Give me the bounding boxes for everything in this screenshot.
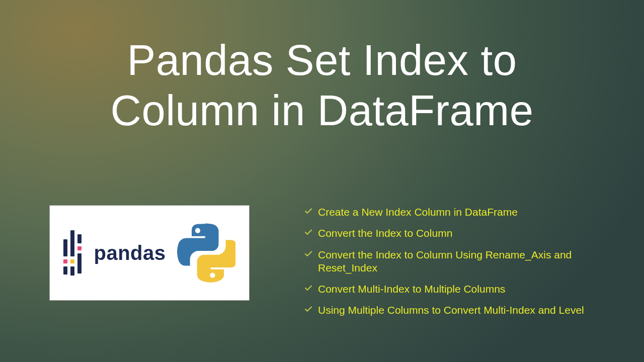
- list-item: Convert Multi-Index to Multiple Columns: [304, 283, 626, 296]
- pandas-python-logo-box: pandas: [49, 205, 250, 301]
- pandas-logo: pandas: [63, 230, 166, 276]
- check-icon: [304, 207, 313, 216]
- python-logo-icon: [175, 223, 235, 283]
- pandas-mark-icon: [63, 230, 87, 276]
- list-item: Create a New Index Column in DataFrame: [304, 206, 626, 219]
- list-item: Using Multiple Columns to Convert Multi-…: [304, 304, 626, 317]
- slide-title: Pandas Set Index to Column in DataFrame: [0, 35, 644, 136]
- list-item: Convert the Index to Column: [304, 227, 626, 240]
- check-icon: [304, 228, 313, 237]
- bullet-text: Convert the Index to Column Using Rename…: [318, 249, 572, 274]
- check-icon: [304, 284, 313, 293]
- title-line-1: Pandas Set Index to: [127, 36, 517, 84]
- bullet-text: Create a New Index Column in DataFrame: [318, 206, 518, 218]
- bullet-text: Using Multiple Columns to Convert Multi-…: [318, 304, 584, 316]
- check-icon: [304, 305, 313, 314]
- list-item: Convert the Index to Column Using Rename…: [304, 248, 626, 275]
- bullet-text: Convert the Index to Column: [318, 227, 452, 239]
- check-icon: [304, 249, 313, 258]
- bullet-list: Create a New Index Column in DataFrame C…: [304, 206, 626, 325]
- title-line-2: Column in DataFrame: [111, 86, 534, 134]
- bullet-text: Convert Multi-Index to Multiple Columns: [318, 283, 505, 295]
- pandas-wordmark: pandas: [94, 242, 166, 264]
